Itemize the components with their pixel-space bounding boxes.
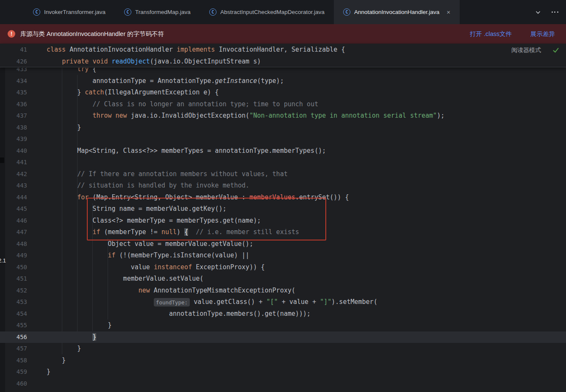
line-number[interactable]: 444	[0, 192, 27, 204]
line-number[interactable]: 426	[0, 55, 27, 67]
line-number[interactable]: 455	[0, 320, 27, 331]
check-icon	[552, 46, 560, 54]
code-text: value instanceof ExceptionProxy)) {	[27, 262, 265, 273]
line-number[interactable]: 434	[0, 75, 27, 87]
code-line[interactable]: 438 }	[0, 122, 566, 134]
tab-label: TransformedMap.java	[135, 9, 191, 15]
bytecode-mismatch-banner: ! 库源与类 AnnotationInvocationHandler 的字节码不…	[0, 24, 566, 44]
code-line[interactable]: 456 }	[0, 331, 566, 343]
editor-tab-bar: CInvokerTransformer.javaCTransformedMap.…	[0, 0, 566, 24]
code-line[interactable]: 439	[0, 133, 566, 145]
ide-window: CInvokerTransformer.javaCTransformedMap.…	[0, 0, 566, 392]
code-line[interactable]: 437 throw new java.io.InvalidObjectExcep…	[0, 110, 566, 122]
code-line[interactable]: 449 if (!(memberType.isInstance(value) |…	[0, 250, 566, 262]
code-text: annotationType.members().get(name)));	[27, 308, 311, 320]
code-line[interactable]: 454 annotationType.members().get(name)))…	[0, 308, 566, 320]
line-number[interactable]: 448	[0, 238, 27, 250]
code-line[interactable]: 447 if (memberType != null) { // i.e. me…	[0, 226, 566, 238]
code-line[interactable]: 457 }	[0, 343, 566, 355]
line-number[interactable]: 41	[0, 44, 27, 55]
code-text: }	[27, 331, 96, 343]
line-number[interactable]: 439	[0, 133, 27, 145]
code-area[interactable]: 433 try {434 annotationType = Annotation…	[0, 68, 566, 392]
line-number[interactable]: 442	[0, 168, 27, 180]
code-line[interactable]: 440 Map<String, Class<?>> memberTypes = …	[0, 145, 566, 157]
code-line[interactable]: 426 private void readObject(java.io.Obje…	[0, 55, 566, 67]
tab-bar-actions	[534, 0, 566, 24]
open-class-file-link[interactable]: 打开 .class文件	[470, 30, 512, 38]
code-text: annotationType = AnnotationType.getInsta…	[27, 75, 284, 87]
code-line[interactable]: 441	[0, 157, 566, 168]
code-line[interactable]: 446 Class<?> memberType = memberTypes.ge…	[0, 215, 566, 227]
code-text: }	[27, 366, 50, 378]
code-line[interactable]: 443 // situation is handled by the invok…	[0, 180, 566, 192]
editor-tab[interactable]: CTransformedMap.java	[115, 0, 200, 24]
code-text: // If there are annotation members witho…	[27, 168, 288, 180]
overlay-left-label: 2.1	[0, 257, 6, 264]
code-line[interactable]: 41class AnnotationInvocationHandler impl…	[0, 44, 566, 55]
editor-tab[interactable]: CAbstractInputCheckedMapDecorator.java	[200, 0, 334, 24]
tab-list-chevron-button[interactable]	[534, 8, 542, 17]
java-class-icon: C	[209, 8, 216, 16]
code-text: }	[27, 355, 66, 367]
code-line[interactable]: 453 foundType: value.getClass() + "[" + …	[0, 296, 566, 308]
line-number[interactable]: 454	[0, 308, 27, 320]
show-diff-link[interactable]: 展示差异	[530, 30, 555, 38]
code-text: } catch(IllegalArgumentException e) {	[27, 87, 219, 99]
line-number[interactable]: 456	[0, 331, 27, 343]
code-line[interactable]: 442 // If there are annotation members w…	[0, 168, 566, 180]
line-number[interactable]: 433	[0, 68, 27, 75]
code-line[interactable]: 435 } catch(IllegalArgumentException e) …	[0, 87, 566, 99]
code-text: Object value = memberValue.getValue();	[27, 238, 253, 250]
code-line[interactable]: 434 annotationType = AnnotationType.getI…	[0, 75, 566, 87]
java-class-icon: C	[33, 8, 40, 16]
code-line[interactable]: 459}	[0, 366, 566, 378]
editor-tab[interactable]: CAnnotationInvocationHandler.java×	[334, 0, 460, 24]
tab-list: CInvokerTransformer.javaCTransformedMap.…	[24, 0, 460, 24]
code-text: class AnnotationInvocationHandler implem…	[27, 44, 345, 55]
code-line[interactable]: 448 Object value = memberValue.getValue(…	[0, 238, 566, 250]
editor-tab[interactable]: CInvokerTransformer.java	[24, 0, 115, 24]
line-number[interactable]: 440	[0, 145, 27, 157]
more-options-button[interactable]	[551, 8, 559, 17]
tab-label: AbstractInputCheckedMapDecorator.java	[220, 9, 325, 15]
line-number[interactable]: 446	[0, 215, 27, 227]
code-line[interactable]: 452 new AnnotationTypeMismatchExceptionP…	[0, 285, 566, 297]
line-number[interactable]: 460	[0, 378, 27, 390]
line-number[interactable]: 438	[0, 122, 27, 134]
code-line[interactable]: 444 for (Map.Entry<String, Object> membe…	[0, 192, 566, 204]
code-line[interactable]: 445 String name = memberValue.getKey();	[0, 203, 566, 215]
code-line[interactable]: 458 }	[0, 355, 566, 367]
code-lines: 433 try {434 annotationType = Annotation…	[0, 68, 566, 389]
line-number[interactable]: 458	[0, 355, 27, 367]
code-line[interactable]: 436 // Class is no longer an annotation …	[0, 99, 566, 110]
tab-close-icon[interactable]: ×	[447, 8, 450, 16]
code-text: // situation is handled by the invoke me…	[27, 180, 250, 192]
line-number[interactable]: 435	[0, 87, 27, 99]
code-text: }	[27, 343, 81, 355]
bookmark-marker	[0, 157, 4, 163]
code-text: for (Map.Entry<String, Object> memberVal…	[27, 192, 349, 204]
code-text: new AnnotationTypeMismatchExceptionProxy…	[27, 285, 295, 297]
code-line[interactable]: 433 try {	[0, 68, 566, 75]
line-number[interactable]: 453	[0, 296, 27, 308]
line-number[interactable]: 459	[0, 366, 27, 378]
line-number[interactable]: 452	[0, 285, 27, 297]
inspection-ok-icon[interactable]	[552, 46, 560, 55]
code-line[interactable]: 455 }	[0, 320, 566, 331]
line-number[interactable]: 457	[0, 343, 27, 355]
line-number[interactable]: 447	[0, 226, 27, 238]
sticky-header: 41class AnnotationInvocationHandler impl…	[0, 44, 566, 67]
code-line[interactable]: 460	[0, 378, 566, 390]
line-number[interactable]: 437	[0, 110, 27, 122]
code-text: foundType: value.getClass() + "[" + valu…	[27, 296, 377, 308]
line-number[interactable]: 451	[0, 273, 27, 285]
code-line[interactable]: 451 memberValue.setValue(	[0, 273, 566, 285]
inlay-hint-chip: foundType:	[154, 298, 190, 306]
line-number[interactable]: 443	[0, 180, 27, 192]
code-text: Class<?> memberType = memberTypes.get(na…	[27, 215, 261, 227]
reader-mode-label[interactable]: 阅读器模式	[511, 47, 541, 54]
line-number[interactable]: 445	[0, 203, 27, 215]
line-number[interactable]: 436	[0, 99, 27, 110]
code-line[interactable]: 450 value instanceof ExceptionProxy)) {	[0, 262, 566, 273]
